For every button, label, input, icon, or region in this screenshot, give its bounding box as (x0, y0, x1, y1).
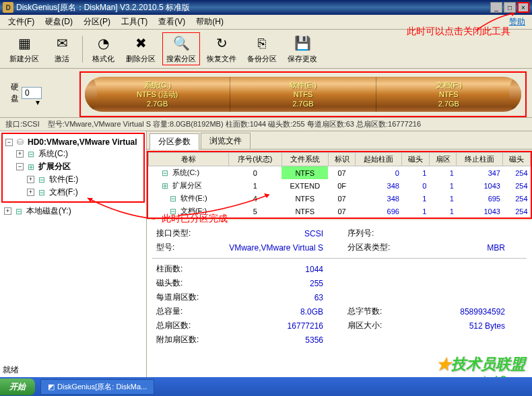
interface-label: 接口:SCSI (5, 119, 40, 129)
tree-label: 文档(F:) (49, 187, 78, 198)
start-button[interactable]: 开始 (0, 378, 35, 395)
tool-7[interactable]: 💾保存更改 (284, 32, 321, 65)
partition-tree: − ⛁ HD0:VMware,VMware Virtual + ⊟ 系统(C:)… (1, 133, 145, 203)
drive-icon: ⊟ (168, 207, 178, 216)
right-panel: 分区参数 浏览文件 卷标序号(状态)文件系统标识起始柱面磁头扇区终止柱面磁头 ⊟… (147, 131, 532, 387)
menu-disk[interactable]: 硬盘(D) (40, 15, 78, 29)
drive-icon: ⊞ (160, 181, 170, 191)
maximize-button[interactable]: □ (504, 2, 516, 13)
menubar: 文件(F) 硬盘(D) 分区(P) 工具(T) 查看(V) 帮助(H) (0, 15, 532, 30)
menu-partition[interactable]: 分区(P) (78, 15, 116, 29)
column-header[interactable]: 起始柱面 (356, 153, 402, 166)
tool-label: 格式化 (92, 54, 114, 64)
tool-5[interactable]: ↻恢复文件 (203, 32, 240, 65)
tool-icon: ↻ (212, 34, 231, 53)
tool-label: 恢复文件 (207, 54, 236, 64)
drive-icon: ⊟ (13, 207, 24, 216)
disk-label: 硬盘 (11, 81, 19, 104)
expand-icon[interactable]: + (4, 207, 11, 215)
menu-view[interactable]: 查看(V) (153, 15, 191, 29)
column-header[interactable]: 卷标 (149, 153, 229, 166)
expand-icon[interactable]: + (27, 189, 34, 196)
disk-cylinder[interactable]: 系统(C:)NTFS (活动)2.7GB软件(E:)NTFS2.7GB文档(F:… (85, 77, 521, 112)
tree-label: 软件(E:) (49, 174, 78, 185)
tree-label: 本地磁盘(Y:) (26, 205, 71, 217)
tree-label: 扩展分区 (38, 161, 71, 172)
disk-icon: ⛁ (15, 137, 26, 147)
column-header[interactable]: 序号(状态) (228, 153, 281, 166)
taskbar-item[interactable]: ◩ DiskGenius[原名: DiskMa... (40, 379, 154, 395)
tool-label: 保存更改 (288, 54, 317, 64)
tree-node-ext[interactable]: − ⊞ 扩展分区 (5, 160, 141, 173)
table-row[interactable]: ⊟文档(F:) 5 NTFS 07 696 1 1 1043 254 (149, 205, 531, 218)
tool-icon: 🔍 (172, 34, 191, 53)
window-title: DiskGenius[原名：DiskMan] V3.2.2010.5 标准版 (16, 2, 490, 13)
tree-node-local[interactable]: + ⊟ 本地磁盘(Y:) (0, 204, 146, 218)
taskbar: 开始 ◩ DiskGenius[原名: DiskMa... (0, 377, 532, 396)
tool-label: 删除分区 (126, 54, 156, 64)
column-header[interactable]: 磁头 (402, 153, 429, 166)
disk-partition[interactable]: 文档(F:)NTFS2.7GB (376, 77, 521, 112)
tool-icon: ⎘ (253, 34, 271, 53)
task-label: DiskGenius[原名: DiskMa... (57, 382, 147, 392)
menu-tools[interactable]: 工具(T) (116, 15, 153, 29)
tree-label: 系统(C:) (38, 148, 68, 160)
ext-partition-icon: ⊞ (26, 162, 36, 172)
disk-graphic-area: 系统(C:)NTFS (活动)2.7GB软件(E:)NTFS2.7GB文档(F:… (79, 71, 527, 117)
app-icon: D (3, 2, 13, 13)
partition-table-area: 卷标序号(状态)文件系统标识起始柱面磁头扇区终止柱面磁头 ⊟系统(C:) 0 N… (147, 151, 532, 219)
disk-status-text: 型号:VMware,VMware Virtual S 容量:8.0GB(8192… (48, 119, 527, 129)
table-row[interactable]: ⊟系统(C:) 0 NTFS 07 0 1 1 347 254 (149, 166, 531, 180)
partition-table: 卷标序号(状态)文件系统标识起始柱面磁头扇区终止柱面磁头 ⊟系统(C:) 0 N… (148, 152, 531, 218)
disk-info-strip: 接口:SCSI 型号:VMware,VMware Virtual S 容量:8.… (0, 117, 532, 131)
close-button[interactable]: × (517, 2, 529, 13)
tree-node-c[interactable]: + ⊟ 系统(C:) (5, 147, 141, 160)
tree-node-e[interactable]: + ⊟ 软件(E:) (5, 173, 141, 186)
collapse-icon[interactable]: − (16, 163, 24, 170)
menu-file[interactable]: 文件(F) (3, 15, 40, 29)
table-row[interactable]: ⊟软件(E:) 4 NTFS 07 348 1 1 695 254 (149, 192, 531, 205)
minimize-button[interactable]: _ (490, 2, 502, 13)
table-row[interactable]: ⊞扩展分区 1 EXTEND 0F 348 0 1 1043 254 (149, 179, 531, 192)
tab-bar: 分区参数 浏览文件 (147, 131, 532, 150)
tree-panel: − ⛁ HD0:VMware,VMware Virtual + ⊟ 系统(C:)… (0, 131, 147, 387)
titlebar: D DiskGenius[原名：DiskMan] V3.2.2010.5 标准版… (0, 0, 532, 15)
tab-partition-params[interactable]: 分区参数 (149, 133, 199, 150)
menu-help[interactable]: 帮助(H) (191, 15, 229, 29)
column-header[interactable]: 磁头 (503, 153, 531, 166)
column-header[interactable]: 扇区 (429, 153, 456, 166)
disk-combo[interactable]: 0 (22, 87, 42, 99)
tool-label: 新建分区 (9, 54, 39, 64)
tool-3[interactable]: ✖删除分区 (122, 32, 160, 65)
tool-2[interactable]: ◔格式化 (87, 32, 119, 65)
tool-label: 激活 (55, 54, 69, 64)
tool-1[interactable]: ✉激活 (46, 32, 78, 65)
drive-icon: ⊟ (36, 175, 47, 185)
disk-partition[interactable]: 软件(E:)NTFS2.7GB (230, 77, 376, 112)
tool-icon: ◔ (94, 34, 112, 53)
drive-icon: ⊟ (168, 194, 178, 203)
expand-icon[interactable]: + (16, 150, 24, 158)
expand-icon[interactable]: + (27, 176, 34, 183)
column-header[interactable]: 文件系统 (281, 153, 328, 166)
disk-selector-row: 硬盘 0 (5, 80, 38, 106)
tool-icon: ✉ (53, 34, 71, 53)
drive-icon: ⊟ (26, 150, 36, 159)
column-header[interactable]: 终止柱面 (457, 153, 503, 166)
disk-partition[interactable]: 系统(C:)NTFS (活动)2.7GB (85, 77, 230, 112)
tool-icon: 💾 (293, 34, 312, 53)
column-header[interactable]: 标识 (328, 153, 355, 166)
tool-4[interactable]: 🔍搜索分区 (162, 32, 200, 65)
tool-icon: ▦ (15, 34, 34, 53)
app-icon: ◩ (48, 383, 55, 391)
status-ready: 就绪 (3, 364, 19, 376)
tool-0[interactable]: ▦新建分区 (5, 32, 43, 65)
toolbar: ▦新建分区✉激活◔格式化✖删除分区🔍搜索分区↻恢复文件⎘备份分区💾保存更改 (0, 30, 532, 69)
tool-6[interactable]: ⎘备份分区 (243, 32, 281, 65)
tool-label: 搜索分区 (166, 54, 196, 64)
tree-node-f[interactable]: + ⊟ 文档(F:) (5, 186, 141, 199)
sponsor-link[interactable]: 赞助 (509, 16, 525, 28)
tab-browse-files[interactable]: 浏览文件 (201, 133, 251, 149)
collapse-icon[interactable]: − (5, 139, 13, 146)
tree-root-disk[interactable]: − ⛁ HD0:VMware,VMware Virtual (5, 137, 141, 147)
